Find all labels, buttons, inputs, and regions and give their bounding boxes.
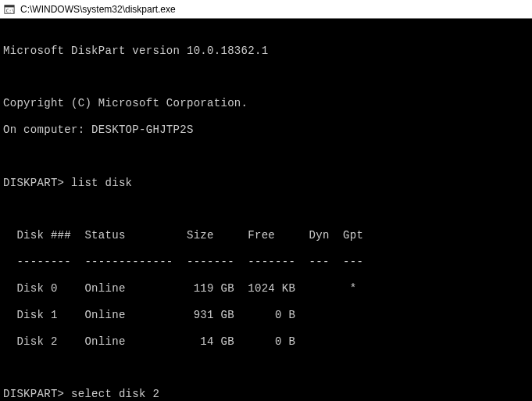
blank-line xyxy=(3,71,529,84)
prompt-select-disk: DISKPART> select disk 2 xyxy=(3,388,529,401)
table-row: Disk 1 Online 931 GB 0 B xyxy=(3,309,529,322)
table-row: Disk 0 Online 119 GB 1024 KB * xyxy=(3,282,529,295)
svg-text:C:\: C:\ xyxy=(6,7,15,13)
blank-line xyxy=(3,203,529,217)
prompt-list-disk: DISKPART> list disk xyxy=(3,177,529,190)
version-line: Microsoft DiskPart version 10.0.18362.1 xyxy=(3,45,529,58)
copyright-line: Copyright (C) Microsoft Corporation. xyxy=(3,97,529,110)
blank-line xyxy=(3,361,529,374)
blank-line xyxy=(3,150,529,163)
table-row: Disk 2 Online 14 GB 0 B xyxy=(3,335,529,349)
terminal-output[interactable]: Microsoft DiskPart version 10.0.18362.1 … xyxy=(0,19,532,401)
computer-line: On computer: DESKTOP-GHJTP2S xyxy=(3,124,529,137)
window-title: C:\WINDOWS\system32\diskpart.exe xyxy=(20,4,176,15)
window-titlebar[interactable]: C:\ C:\WINDOWS\system32\diskpart.exe xyxy=(0,0,532,19)
table-header: Disk ### Status Size Free Dyn Gpt xyxy=(3,229,529,242)
table-divider: -------- ------------- ------- ------- -… xyxy=(3,256,529,269)
console-icon: C:\ xyxy=(3,3,16,16)
